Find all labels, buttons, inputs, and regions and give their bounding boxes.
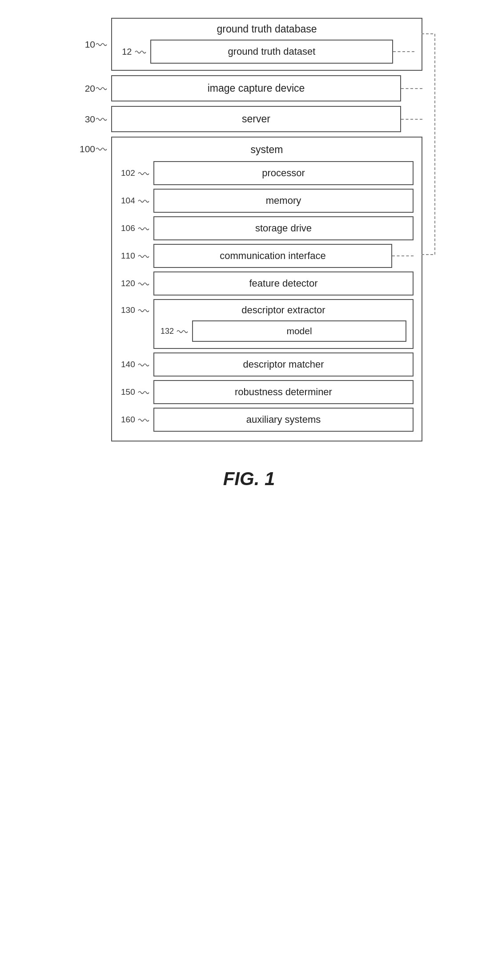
descriptor-extractor-box: descriptor extractor 132 [153, 299, 414, 349]
dashed-connector-30 [401, 119, 422, 120]
ref-140: 140 [120, 360, 153, 369]
server-row: 30 server [76, 106, 422, 132]
storage-drive-row: 106 storage drive [120, 216, 414, 240]
memory-row: 104 memory [120, 189, 414, 213]
image-capture-device-row: 20 image capture device [76, 75, 422, 101]
wavy-120 [137, 280, 150, 288]
model-box: model [192, 320, 406, 342]
dashed-connector-12 [393, 51, 414, 52]
ground-truth-dataset-row: 12 ground truth dataset [119, 40, 414, 64]
wavy-140 [137, 361, 150, 369]
ground-truth-database-label: ground truth database [119, 23, 414, 35]
ground-truth-database-box: ground truth database 12 ground truth da… [111, 18, 422, 71]
robustness-determiner-row: 150 robustness determiner [120, 380, 414, 404]
server-box: server [111, 106, 401, 132]
communication-interface-box: communication interface [153, 244, 392, 268]
wavy-132 [176, 328, 189, 336]
memory-box: memory [153, 189, 414, 213]
dashed-connector-20 [401, 88, 422, 89]
ground-truth-dataset-box: ground truth dataset [150, 40, 393, 64]
ref-150: 150 [120, 387, 153, 397]
ref-120: 120 [120, 279, 153, 288]
figure-label: FIG. 1 [223, 468, 275, 490]
wavy-104 [137, 197, 150, 205]
wavy-102 [137, 170, 150, 178]
image-capture-device-content: image capture device [111, 75, 422, 101]
ref-104: 104 [120, 196, 153, 206]
processor-box: processor [153, 161, 414, 185]
communication-interface-row: 110 communication interface [120, 244, 414, 268]
wavy-130 [137, 307, 150, 315]
descriptor-extractor-label: descriptor extractor [161, 304, 406, 316]
storage-drive-box: storage drive [153, 216, 414, 240]
robustness-determiner-box: robustness determiner [153, 380, 414, 404]
wavy-106 [137, 225, 150, 233]
wavy-connector [95, 40, 108, 49]
dashed-bracket-svg [422, 24, 448, 264]
comm-interface-content: communication interface [153, 244, 414, 268]
ref-10: 10 [76, 39, 111, 50]
descriptor-extractor-row: 130 descriptor extractor 132 [120, 299, 414, 349]
ref-160: 160 [120, 415, 153, 425]
ref-132: 132 [161, 327, 192, 336]
image-capture-device-box: image capture device [111, 75, 401, 101]
ref-30: 30 [76, 114, 111, 125]
wavy-connector-100 [95, 145, 108, 153]
feature-detector-box: feature detector [153, 271, 414, 296]
descriptor-matcher-row: 140 descriptor matcher [120, 352, 414, 377]
system-label: system [120, 144, 414, 156]
ref-106: 106 [120, 223, 153, 233]
ref-130: 130 [120, 299, 153, 315]
model-row: 132 model [161, 320, 406, 342]
system-row: 100 system 102 [76, 137, 422, 441]
wavy-connector-30 [95, 115, 108, 123]
system-content: system 102 processor [111, 137, 422, 441]
dashed-connector-110 [392, 255, 414, 256]
ref-100: 100 [76, 137, 111, 154]
ref-102: 102 [120, 168, 153, 178]
ground-truth-database-row: 10 ground truth database 12 [76, 18, 422, 71]
ref-110: 110 [120, 251, 153, 261]
auxiliary-systems-box: auxiliary systems [153, 408, 414, 432]
feature-detector-row: 120 feature detector [120, 271, 414, 296]
ref-12: 12 [119, 47, 150, 57]
wavy-connector-20 [95, 85, 108, 93]
processor-row: 102 processor [120, 161, 414, 185]
server-content: server [111, 106, 422, 132]
system-box: system 102 processor [111, 137, 422, 441]
wavy-110 [137, 252, 150, 260]
ref-20: 20 [76, 83, 111, 94]
wavy-160 [137, 416, 150, 424]
wavy-150 [137, 389, 150, 397]
descriptor-matcher-box: descriptor matcher [153, 352, 414, 377]
auxiliary-systems-row: 160 auxiliary systems [120, 408, 414, 432]
wavy-connector-12 [134, 48, 147, 56]
